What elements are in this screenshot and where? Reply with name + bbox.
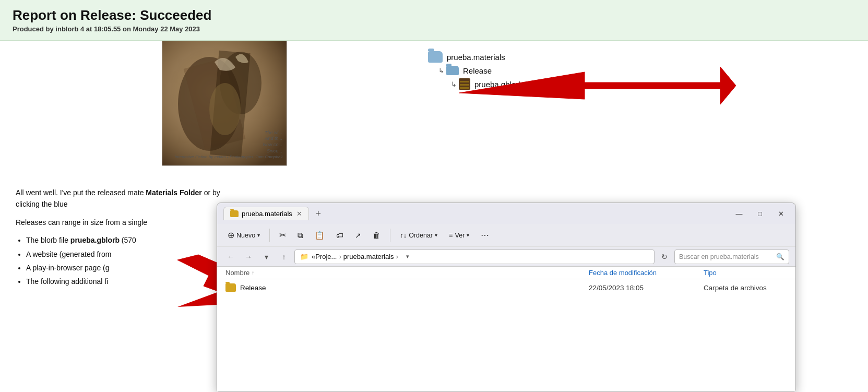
explorer-tab-materials[interactable]: prueba.materials ✕ (223, 207, 309, 220)
more-button[interactable]: ⋯ (477, 228, 493, 242)
recent-button[interactable]: ▾ (259, 250, 274, 264)
address-path[interactable]: 📁 « Proje... › prueba.materials › ▾ (294, 250, 655, 264)
tree-label-gblorb: prueba.gblorb (474, 80, 523, 89)
text-block: All went well. I've put the released mat… (16, 187, 230, 288)
new-tab-button[interactable]: + (311, 206, 326, 221)
path-separator-2: › (396, 253, 398, 260)
nuevo-chevron: ▾ (257, 232, 260, 238)
tree-arrow-gblorb: ↳ (451, 80, 457, 88)
more-icon: ⋯ (481, 230, 489, 240)
bullet-item-1: The blorb file prueba.gblorb (570 (26, 234, 230, 246)
tree-label-release: Release (463, 66, 492, 75)
col-header-nombre[interactable]: Nombre ↑ (225, 269, 589, 277)
nuevo-icon: ⊕ (228, 230, 234, 240)
report-subtitle: Produced by inblorb 4 at 18:05.55 on Mon… (13, 25, 855, 33)
ver-icon: ≡ (449, 231, 453, 239)
ordenar-icon: ↑↓ (400, 231, 407, 239)
tab-close-icon[interactable]: ✕ (296, 210, 302, 218)
svg-point-6 (209, 83, 241, 135)
file-icon-gblorb (459, 78, 470, 90)
nuevo-label: Nuevo (236, 232, 255, 239)
tree-indent-release: ↳ Release (438, 66, 595, 75)
minimize-button[interactable]: — (731, 207, 747, 220)
file-type-release: Carpeta de archivos (704, 284, 787, 292)
tab-area: prueba.materials ✕ + (223, 206, 731, 221)
rename-icon: 🏷 (336, 231, 343, 240)
back-button[interactable]: ← (223, 250, 238, 264)
search-placeholder: Buscar en prueba.materials (679, 253, 759, 260)
close-button[interactable]: ✕ (772, 207, 789, 220)
path-part-1: « (312, 253, 315, 260)
folder-icon-materials (428, 51, 443, 63)
toolbar-separator-2 (390, 229, 390, 242)
tree-label-materials: prueba.materials (447, 53, 505, 62)
folder-icon-release (446, 66, 459, 75)
copy-icon: ⧉ (298, 231, 303, 240)
tree-item-materials: prueba.materials (428, 51, 595, 63)
rename-button[interactable]: 🏷 (332, 229, 348, 242)
maximize-button[interactable]: □ (752, 207, 768, 220)
path-dropdown-button[interactable]: ▾ (400, 250, 415, 264)
bullet-list: The blorb file prueba.gblorb (570 A webs… (26, 234, 230, 288)
share-button[interactable]: ↗ (351, 229, 365, 242)
window-controls: — □ ✕ (731, 207, 789, 220)
bullet-item-4: The following additional fi (26, 276, 230, 287)
tree-indent-gblorb: ↳ prueba.gblorb (451, 78, 595, 90)
explorer-toolbar: ⊕ Nuevo ▾ ✂ ⧉ 📋 🏷 ↗ 🗑 ↑↓ Ordenar ▾ (217, 224, 795, 247)
tree-arrow-release: ↳ (438, 67, 444, 75)
path-label-2: prueba.materials (343, 253, 394, 260)
paste-button[interactable]: 📋 (311, 229, 329, 242)
sepia-image: The wi... And th... Now co... Since... I… (162, 41, 287, 166)
image-caption: The wi... And th... Now co... Since... I… (175, 130, 282, 160)
explorer-tab-label: prueba.materials (242, 210, 292, 218)
bullet-item-2: A website (generated from (26, 248, 230, 260)
forward-button[interactable]: → (241, 250, 256, 264)
explorer-titlebar: prueba.materials ✕ + — □ ✕ (217, 203, 795, 224)
search-icon: 🔍 (776, 253, 784, 260)
ordenar-chevron: ▾ (435, 232, 437, 238)
search-box[interactable]: Buscar en prueba.materials 🔍 (674, 250, 789, 264)
paragraph1: All went well. I've put the released mat… (16, 187, 230, 210)
bullet-item-3: A play-in-browser page (g (26, 262, 230, 274)
explorer-addressbar: ← → ▾ ↑ 📁 « Proje... › prueba.materials … (217, 247, 795, 267)
ver-label: Ver (455, 232, 465, 239)
file-name-release: Release (240, 284, 589, 292)
ordenar-button[interactable]: ↑↓ Ordenar ▾ (396, 229, 442, 241)
col-header-tipo[interactable]: Tipo (704, 269, 787, 277)
toolbar-separator-1 (269, 229, 270, 242)
up-button[interactable]: ↑ (277, 250, 291, 264)
file-folder-icon-release (225, 283, 236, 292)
delete-icon: 🗑 (373, 231, 381, 240)
column-headers: Nombre ↑ Fecha de modificación Tipo (217, 267, 795, 279)
path-folder-icon: 📁 (300, 253, 308, 260)
file-date-release: 22/05/2023 18:05 (589, 284, 704, 292)
copy-button[interactable]: ⧉ (293, 229, 307, 242)
ver-chevron: ▾ (467, 232, 469, 238)
paste-icon: 📋 (315, 231, 325, 240)
refresh-button[interactable]: ↻ (658, 250, 671, 264)
file-tree-area: prueba.materials ↳ Release ↳ prueba.gblo… (428, 51, 595, 93)
ordenar-label: Ordenar (409, 232, 433, 239)
path-label-1: Proje... (315, 253, 337, 260)
col-header-fecha[interactable]: Fecha de modificación (589, 269, 704, 277)
path-separator-1: › (339, 253, 341, 260)
paragraph2: Releases can range in size from a single (16, 217, 230, 228)
cut-button[interactable]: ✂ (275, 228, 290, 242)
cut-icon: ✂ (279, 230, 286, 240)
explorer-filelist: Nombre ↑ Fecha de modificación Tipo Rele… (217, 267, 795, 391)
ver-button[interactable]: ≡ Ver ▾ (445, 229, 473, 241)
share-icon: ↗ (355, 231, 361, 240)
sort-arrow-nombre: ↑ (252, 270, 254, 276)
tab-folder-icon (230, 210, 239, 217)
explorer-window: prueba.materials ✕ + — □ ✕ ⊕ Nuevo ▾ ✂ ⧉… (217, 203, 796, 392)
nuevo-button[interactable]: ⊕ Nuevo ▾ (223, 228, 264, 242)
file-row-release[interactable]: Release 22/05/2023 18:05 Carpeta de arch… (217, 279, 795, 296)
delete-button[interactable]: 🗑 (368, 229, 385, 242)
report-header: Report on Release: Succeeded Produced by… (0, 0, 868, 41)
report-title: Report on Release: Succeeded (13, 7, 855, 23)
